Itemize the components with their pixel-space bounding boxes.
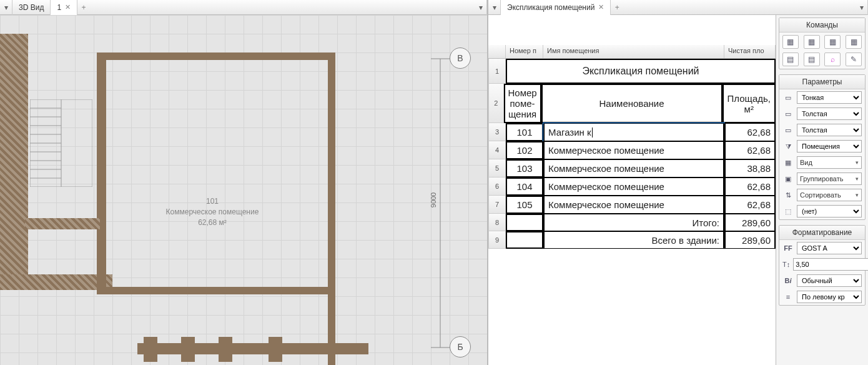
total-label: Всего в здании: <box>543 231 724 249</box>
close-icon[interactable]: ✕ <box>598 3 604 11</box>
tabbar-menu-right[interactable]: ▾ <box>475 0 487 15</box>
cell-name[interactable]: Коммерческое помещение <box>543 178 724 196</box>
cell-area[interactable]: 62,68 <box>724 141 776 159</box>
weight-select[interactable]: Обычный <box>797 274 862 287</box>
cmd-icon-7[interactable]: ⌕ <box>824 52 841 66</box>
border-top-select[interactable]: Тонкая <box>797 91 862 104</box>
table-row[interactable]: 7105Коммерческое помещение62,68 <box>488 196 776 214</box>
cell-number[interactable]: 104 <box>506 178 543 196</box>
tab-label: 1 <box>57 3 61 12</box>
cell-number[interactable]: 102 <box>506 141 543 159</box>
cmd-icon-3[interactable]: ▦ <box>824 35 841 49</box>
border-bot-icon: ▭ <box>782 125 794 135</box>
cell-name[interactable]: Коммерческое помещение <box>543 196 724 214</box>
tabbar-menu-right[interactable]: ▾ <box>856 0 868 15</box>
view-icon: ▦ <box>782 158 794 168</box>
model-icon: ⬚ <box>782 206 794 216</box>
schedule-grid[interactable]: 1 Экспликация помещений 2 Номер поме-щен… <box>488 59 776 365</box>
table-row[interactable]: 6104Коммерческое помещение62,68 <box>488 178 776 196</box>
cmd-icon-2[interactable]: ▦ <box>804 35 820 49</box>
table-row[interactable]: 5103Коммерческое помещение38,88 <box>488 159 776 178</box>
right-tabbar: ▾ Экспликация помещений ✕ + ▾ <box>488 0 868 15</box>
font-select[interactable]: GOST A <box>797 242 862 254</box>
filter-select[interactable]: Помещения <box>797 140 862 152</box>
border-bot-select[interactable]: Толстая <box>797 124 862 136</box>
sort-icon: ⇅ <box>782 190 794 200</box>
cell-area[interactable]: 62,68 <box>724 196 776 214</box>
add-tab-button[interactable]: + <box>611 3 623 12</box>
total-value: 289,60 <box>724 231 776 249</box>
header-area[interactable]: Площадь, м² <box>723 84 776 123</box>
cell-number[interactable]: 101 <box>506 123 543 141</box>
align-icon: ≡ <box>782 292 794 302</box>
border-mid-select[interactable]: Толстая <box>797 108 862 120</box>
format-section-title: Форматирование <box>779 226 865 240</box>
params-section-title: Параметры <box>779 75 865 89</box>
total-row[interactable]: 8Итого:289,60 <box>488 214 776 231</box>
total-label: Итого: <box>543 214 724 231</box>
group-button[interactable]: Группировать <box>797 172 862 185</box>
left-tabbar: ▾ 3D Вид 1 ✕ + ▾ <box>0 0 487 15</box>
font-icon: FF <box>782 243 794 253</box>
col-area[interactable]: Чистая пло <box>724 45 776 58</box>
cell-area[interactable]: 38,88 <box>724 159 776 178</box>
tab-label: 3D Вид <box>19 3 44 12</box>
room-number: 101 <box>144 196 281 207</box>
properties-panel: Команды ▦ ▦ ▦ ▦ ▤ ▤ ⌕ ✎ Параметры ▭ Тонк… <box>776 15 868 365</box>
dimension-value: 9000 <box>430 192 437 208</box>
cell-name[interactable]: Коммерческое помещение <box>543 159 724 178</box>
room-area: 62,68 м² <box>144 218 281 228</box>
col-name[interactable]: Имя помещения <box>543 45 724 58</box>
filter-icon: ⧩ <box>782 141 794 151</box>
cell-number[interactable]: 103 <box>506 159 543 178</box>
tab-schedule[interactable]: Экспликация помещений ✕ <box>501 0 611 15</box>
cell-area[interactable]: 62,68 <box>724 178 776 196</box>
plan-canvas[interactable]: 101 Коммерческое помещение 62,68 м² В Б … <box>0 15 487 365</box>
cell-name[interactable]: Магазин к <box>543 123 724 141</box>
size-icon: T↕ <box>782 259 790 269</box>
table-row[interactable]: 3101Магазин к62,68 <box>488 123 776 141</box>
table-row[interactable]: 4102Коммерческое помещение62,68 <box>488 141 776 159</box>
tab-label: Экспликация помещений <box>507 3 594 12</box>
cmd-icon-8[interactable]: ✎ <box>846 52 862 66</box>
tabbar-menu[interactable]: ▾ <box>0 0 12 15</box>
schedule-column-header: Номер п Имя помещения Чистая пло <box>488 45 776 59</box>
cell-name[interactable]: Коммерческое помещение <box>543 141 724 159</box>
col-number[interactable]: Номер п <box>506 45 543 58</box>
header-name[interactable]: Наименование <box>541 84 723 123</box>
cmd-icon-6[interactable]: ▤ <box>804 52 820 66</box>
room-name: Коммерческое помещение <box>144 207 281 218</box>
border-top-icon: ▭ <box>782 92 794 102</box>
cmd-icon-1[interactable]: ▦ <box>782 35 799 49</box>
tabbar-menu[interactable]: ▾ <box>488 0 501 15</box>
tab-plan-1[interactable]: 1 ✕ <box>51 0 77 15</box>
header-number[interactable]: Номер поме-щения <box>504 84 541 123</box>
group-icon: ▣ <box>782 174 794 184</box>
room-label: 101 Коммерческое помещение 62,68 м² <box>144 196 281 228</box>
commands-section-title: Команды <box>779 18 865 32</box>
model-select[interactable]: (нет) <box>797 205 862 218</box>
view-button[interactable]: Вид <box>797 156 862 169</box>
cmd-icon-4[interactable]: ▦ <box>846 35 862 49</box>
total-row[interactable]: 9Всего в здании:289,60 <box>488 231 776 249</box>
cmd-icon-5[interactable]: ▤ <box>782 52 799 66</box>
add-tab-button[interactable]: + <box>77 3 90 12</box>
total-value: 289,60 <box>724 214 776 231</box>
schedule-title[interactable]: Экспликация помещений <box>506 59 776 84</box>
tab-3dview[interactable]: 3D Вид <box>12 0 51 15</box>
cell-area[interactable]: 62,68 <box>724 123 776 141</box>
close-icon[interactable]: ✕ <box>65 3 71 11</box>
bold-icon: Bi <box>782 276 794 286</box>
align-select[interactable]: По левому кр <box>797 291 862 303</box>
border-mid-icon: ▭ <box>782 109 794 119</box>
font-size-input[interactable] <box>793 258 868 271</box>
cell-number[interactable]: 105 <box>506 196 543 214</box>
sort-button[interactable]: Сортировать <box>797 189 862 201</box>
